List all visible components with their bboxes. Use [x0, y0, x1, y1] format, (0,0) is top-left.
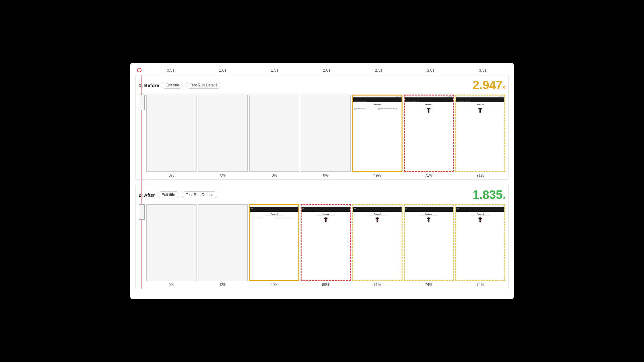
test-run-details-button[interactable]: Test Run Details: [186, 82, 221, 89]
frame-thumb[interactable]: $ Search 🔍 Menu Home Shirts Fitted WebPe…: [404, 95, 454, 172]
frame-pct: 69%: [322, 282, 330, 287]
frame-col: $ Search 🔍 Menu Home Shirts Fitted WebPe…: [352, 204, 402, 287]
section-title: 2: After: [139, 192, 155, 198]
frame-thumb[interactable]: [301, 95, 351, 172]
frame-thumb[interactable]: $ Search 🔍 Menu Home Shirts Fitted WebPe…: [455, 95, 505, 172]
time-score: 1.835s: [473, 188, 505, 202]
tick-label: 0.5s: [145, 68, 197, 73]
svg-text:Css: Css: [428, 110, 430, 112]
frame-pct: 0%: [169, 173, 174, 178]
svg-text:Css: Css: [325, 220, 327, 221]
section-after: 2: After Edit title Test Run Details 1.8…: [135, 185, 509, 289]
frame-thumb[interactable]: $ Search 🔍 Menu Home Shirts Fitted WebPe…: [352, 204, 402, 282]
frame-thumb[interactable]: [146, 95, 197, 172]
tick-label: 1.5s: [249, 68, 301, 73]
section-title: 1: Before: [139, 83, 159, 88]
frame-pct: 71%: [374, 282, 381, 287]
section-header: 1: Before Edit title Test Run Details 2.…: [139, 79, 505, 92]
sections-wrapper: 1: Before Edit title Test Run Details 2.…: [135, 75, 509, 289]
frame-pct: 74%: [476, 282, 484, 287]
frame-pct: 49%: [270, 282, 278, 287]
frame-col: 0%: [198, 204, 248, 287]
frame-thumb[interactable]: $ Search 🔍 Menu Home Shirts Fitted WebPe…: [404, 204, 454, 282]
frame-col: $ Search 🔍 Menu Home Shirts Fitted WebPe…: [249, 204, 299, 287]
time-unit: s: [502, 194, 505, 200]
time-unit: s: [502, 84, 505, 90]
filmstrip: 0% 0% 0% 0% $ Search 🔍 Men: [139, 95, 505, 178]
edit-title-button[interactable]: Edit title: [158, 191, 179, 198]
frame-col: $ Search 🔍 Menu Home Shirts Fitted WebPe…: [301, 204, 351, 287]
frame-thumb[interactable]: $ Search 🔍 Menu Home Shirts Fitted WebPe…: [301, 204, 351, 282]
svg-text:Css: Css: [376, 220, 379, 221]
frame-marker-col: [139, 95, 145, 112]
frame-thumb[interactable]: $ Search 🔍 Menu Home Shirts Fitted WebPe…: [455, 204, 505, 282]
frame-pct: 71%: [476, 173, 484, 178]
filmstrip: 0% 0% $ Search 🔍 Menu Home Shirts Fitted…: [139, 204, 505, 287]
main-container: 0.5s1.0s1.5s2.0s2.5s3.0s3.5s 1: Before E…: [130, 63, 514, 299]
frame-pct: 0%: [272, 173, 277, 178]
frame-pct: 0%: [169, 282, 174, 287]
tick-label: 2.0s: [301, 68, 353, 73]
svg-text:Css: Css: [479, 220, 481, 221]
svg-text:Css: Css: [428, 220, 430, 221]
tick-label: 3.5s: [457, 68, 509, 73]
frame-pct: 74%: [425, 282, 432, 287]
frame-thumb[interactable]: [198, 95, 248, 172]
timeline-dot: [137, 68, 142, 72]
section-header: 2: After Edit title Test Run Details 1.8…: [139, 188, 505, 202]
frame-col: $ Search 🔍 Menu Home Shirts Fitted WebPe…: [352, 95, 402, 178]
frame-col: 0%: [198, 95, 248, 178]
timeline-ticks: 0.5s1.0s1.5s2.0s2.5s3.0s3.5s: [145, 68, 509, 73]
frame-marker-col: [139, 204, 145, 221]
frame-col: 0%: [146, 95, 197, 178]
time-score: 2.947s: [473, 79, 505, 92]
frame-pct: 49%: [374, 173, 381, 178]
edit-title-button[interactable]: Edit title: [162, 82, 183, 89]
frame-col: $ Search 🔍 Menu Home Shirts Fitted WebPe…: [455, 204, 505, 287]
frame-thumb[interactable]: $ Search 🔍 Menu Home Shirts Fitted WebPe…: [249, 204, 299, 282]
frame-col: 0%: [249, 95, 299, 178]
frame-thumb[interactable]: [146, 204, 197, 282]
frame-col: 0%: [146, 204, 197, 287]
frame-thumb[interactable]: [198, 204, 248, 282]
frame-pct: 0%: [220, 282, 225, 287]
frame-col: $ Search 🔍 Menu Home Shirts Fitted WebPe…: [404, 95, 454, 178]
tick-label: 1.0s: [197, 68, 248, 73]
frame-pct: 0%: [220, 173, 225, 178]
tick-label: 2.5s: [353, 68, 405, 73]
test-run-details-button[interactable]: Test Run Details: [182, 191, 217, 198]
svg-text:Css: Css: [479, 110, 481, 112]
frame-col: $ Search 🔍 Menu Home Shirts Fitted WebPe…: [455, 95, 505, 178]
frame-pct: 0%: [323, 173, 328, 178]
frame-thumb[interactable]: [249, 95, 299, 172]
timeline-header: 0.5s1.0s1.5s2.0s2.5s3.0s3.5s: [135, 68, 509, 73]
frame-pct: 71%: [425, 173, 432, 178]
frame-thumb[interactable]: $ Search 🔍 Menu Home Shirts Fitted WebPe…: [352, 95, 402, 172]
frame-col: 0%: [301, 95, 351, 178]
frame-col: $ Search 🔍 Menu Home Shirts Fitted WebPe…: [404, 204, 454, 287]
tick-label: 3.0s: [405, 68, 457, 73]
section-before: 1: Before Edit title Test Run Details 2.…: [135, 75, 509, 180]
